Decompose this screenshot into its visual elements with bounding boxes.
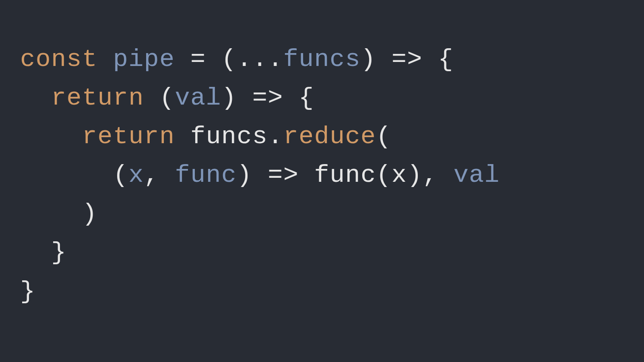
indent bbox=[20, 200, 82, 228]
identifier-func-call: func bbox=[314, 161, 376, 189]
indent bbox=[20, 84, 51, 112]
paren-close: ) bbox=[361, 45, 376, 74]
brace-close: } bbox=[51, 238, 66, 267]
whitespace bbox=[97, 45, 113, 74]
brace-open: { bbox=[438, 45, 453, 74]
identifier-func: func bbox=[175, 161, 237, 189]
spread-operator: ... bbox=[237, 45, 283, 74]
code-line-4: (x, func) => func(x), val bbox=[20, 161, 500, 189]
identifier-pipe: pipe bbox=[113, 45, 175, 74]
identifier-funcs: funcs bbox=[190, 122, 268, 151]
whitespace bbox=[206, 45, 221, 74]
paren-open: ( bbox=[159, 84, 175, 112]
identifier-val: val bbox=[175, 84, 221, 112]
method-reduce: reduce bbox=[283, 122, 376, 151]
indent bbox=[20, 161, 113, 189]
identifier-funcs: funcs bbox=[283, 45, 361, 74]
comma: , bbox=[144, 161, 159, 189]
whitespace bbox=[159, 161, 175, 189]
whitespace bbox=[237, 84, 252, 112]
paren-close: ) bbox=[221, 84, 237, 112]
indent bbox=[20, 238, 51, 267]
keyword-const: const bbox=[20, 45, 97, 74]
paren-open: ( bbox=[376, 161, 391, 189]
brace-close: } bbox=[20, 277, 35, 306]
paren-close: ) bbox=[407, 161, 422, 189]
whitespace bbox=[438, 161, 453, 189]
paren-open: ( bbox=[376, 122, 391, 151]
whitespace bbox=[175, 122, 190, 151]
whitespace bbox=[252, 161, 268, 189]
whitespace bbox=[423, 45, 438, 74]
code-line-1: const pipe = (...funcs) => { bbox=[20, 45, 454, 74]
arrow-operator: => bbox=[252, 84, 283, 112]
paren-open: ( bbox=[221, 45, 237, 74]
indent bbox=[20, 122, 82, 151]
identifier-x: x bbox=[128, 161, 144, 189]
code-line-2: return (val) => { bbox=[20, 84, 314, 112]
whitespace bbox=[376, 45, 391, 74]
code-line-7: } bbox=[20, 277, 35, 306]
code-block: const pipe = (...funcs) => { return (val… bbox=[20, 40, 500, 311]
code-line-6: } bbox=[20, 238, 66, 267]
brace-open: { bbox=[299, 84, 314, 112]
code-line-3: return funcs.reduce( bbox=[20, 122, 392, 151]
identifier-x-arg: x bbox=[392, 161, 407, 189]
paren-close: ) bbox=[237, 161, 252, 189]
paren-close: ) bbox=[82, 200, 97, 228]
arrow-operator: => bbox=[392, 45, 423, 74]
whitespace bbox=[144, 84, 159, 112]
whitespace bbox=[299, 161, 314, 189]
whitespace bbox=[283, 84, 299, 112]
arrow-operator: => bbox=[268, 161, 299, 189]
whitespace bbox=[175, 45, 190, 74]
paren-open: ( bbox=[113, 161, 128, 189]
operator-equals: = bbox=[190, 45, 206, 74]
comma: , bbox=[423, 161, 438, 189]
keyword-return: return bbox=[51, 84, 144, 112]
identifier-val-arg: val bbox=[454, 161, 500, 189]
dot-operator: . bbox=[268, 122, 283, 151]
code-line-5: ) bbox=[20, 200, 97, 228]
keyword-return: return bbox=[82, 122, 175, 151]
